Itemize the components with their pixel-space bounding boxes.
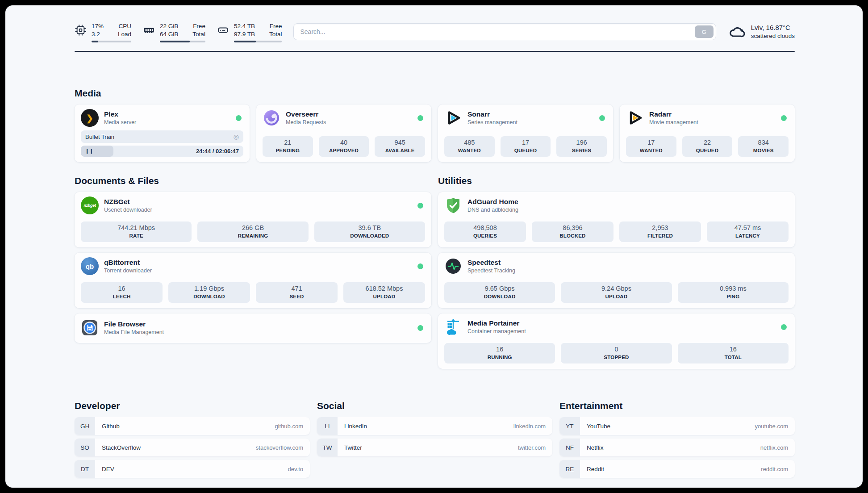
service-desc: Media File Management	[104, 329, 412, 336]
disk-progress-bar	[234, 41, 282, 43]
bookmark-reddit[interactable]: RE Reddit reddit.com	[559, 460, 795, 478]
stream-target-icon: ◎	[234, 134, 239, 140]
bookmark-name: DEV	[102, 466, 114, 472]
overseerr-icon	[263, 109, 280, 127]
status-dot	[236, 115, 242, 121]
bookmark-github[interactable]: GH Github github.com	[75, 417, 310, 435]
dashboard: 17% 3.2 CPU Load	[5, 5, 863, 488]
service-desc: DNS and adblocking	[467, 206, 789, 213]
service-desc: Movie management	[649, 119, 776, 126]
service-card-qbittorrent[interactable]: qb qBittorrent Torrent downloader 16LEEC…	[75, 253, 431, 308]
bookmark-url: netflix.com	[760, 444, 788, 451]
weather-widget: Lviv, 16.87°C scattered clouds	[728, 23, 795, 41]
stat-stopped: 0STOPPED	[561, 343, 672, 363]
stat-downloaded: 39.6 TBDOWNLOADED	[314, 221, 425, 242]
bookmark-url: stackoverflow.com	[256, 444, 303, 451]
bookmark-abbr: SO	[75, 439, 95, 456]
bookmark-name: StackOverflow	[102, 444, 141, 451]
bookmark-abbr: NF	[559, 439, 580, 456]
service-card-plex[interactable]: ❯ Plex Media server Bullet Train ◎	[75, 104, 250, 162]
cpu-progress-bar	[92, 41, 131, 43]
bookmark-name: Github	[102, 423, 120, 430]
bookmark-stackoverflow[interactable]: SO StackOverflow stackoverflow.com	[75, 439, 310, 456]
service-card-speedtest[interactable]: Speedtest Speedtest Tracking 9.65 GbpsDO…	[438, 253, 795, 308]
status-dot	[417, 263, 423, 269]
bookmark-url: reddit.com	[761, 466, 788, 472]
memory-progress-bar	[160, 41, 205, 43]
bookmark-twitter[interactable]: TW Twitter twitter.com	[317, 439, 552, 456]
status-dot	[417, 325, 423, 331]
stat-pending: 21PENDING	[263, 136, 313, 157]
service-desc: Speedtest Tracking	[467, 267, 789, 274]
qbittorrent-icon: qb	[81, 257, 99, 275]
bookmark-name: LinkedIn	[344, 423, 367, 430]
service-card-overseerr[interactable]: Overseerr Media Requests 21PENDING 40APP…	[256, 104, 431, 162]
disk-icon	[217, 24, 229, 36]
bookmark-abbr: DT	[75, 460, 95, 478]
search-bar: G	[293, 23, 716, 40]
cpu-icon	[75, 24, 87, 36]
service-card-filebrowser[interactable]: File Browser Media File Management	[75, 313, 431, 343]
now-playing-title: Bullet Train	[85, 134, 114, 140]
bookmark-abbr: LI	[317, 417, 338, 435]
stat-running: 16RUNNING	[444, 343, 555, 363]
service-name: AdGuard Home	[467, 197, 789, 206]
memory-label-1: Free	[192, 22, 205, 30]
portainer-icon	[444, 318, 462, 336]
search-engine-button[interactable]: G	[695, 25, 714, 38]
bookmark-youtube[interactable]: YT YouTube youtube.com	[559, 417, 795, 435]
bookmark-netflix[interactable]: NF Netflix netflix.com	[559, 439, 795, 456]
section-title-utilities: Utilities	[438, 174, 795, 188]
pause-icon: ❙❙	[85, 149, 94, 154]
service-card-nzbget[interactable]: nzbget NZBGet Usenet downloader 744.21 M…	[75, 192, 431, 247]
playback-time: 24:44 / 02:06:47	[196, 148, 239, 155]
nzbget-icon: nzbget	[81, 196, 99, 214]
disk-free: 52.4 TB	[234, 22, 255, 30]
disk-label-2: Total	[269, 30, 282, 38]
service-desc: Torrent downloader	[104, 267, 412, 274]
memory-icon	[143, 24, 155, 36]
service-card-radarr[interactable]: Radarr Movie management 17WANTED 22QUEUE…	[620, 104, 795, 162]
memory-total: 64 GiB	[160, 30, 178, 38]
bookmark-linkedin[interactable]: LI LinkedIn linkedin.com	[317, 417, 552, 435]
service-name: Sonarr	[467, 110, 594, 119]
speedtest-icon	[444, 257, 462, 275]
bookmark-url: youtube.com	[755, 423, 788, 430]
service-name: Overseerr	[286, 110, 412, 119]
stat-total: 16TOTAL	[678, 343, 789, 363]
stat-leech: 16LEECH	[81, 282, 163, 303]
bookmark-url: linkedin.com	[513, 423, 546, 430]
weather-location-temp: Lviv, 16.87°C	[751, 23, 795, 32]
cpu-load: 3.2	[92, 30, 104, 38]
bookmark-url: twitter.com	[518, 444, 546, 451]
service-name: File Browser	[104, 320, 412, 329]
bookmark-url: github.com	[275, 423, 303, 430]
service-name: Radarr	[649, 110, 776, 119]
stat-rate: 744.21 MbpsRATE	[81, 221, 192, 242]
search-input[interactable]	[300, 28, 694, 35]
status-dot	[599, 115, 605, 121]
topbar: 17% 3.2 CPU Load	[75, 19, 795, 45]
stat-wanted: 485WANTED	[444, 136, 495, 157]
bookmark-dev[interactable]: DT DEV dev.to	[75, 460, 310, 478]
service-name: NZBGet	[104, 197, 412, 206]
header-divider	[75, 51, 795, 52]
status-dot	[781, 324, 787, 330]
stat-seed: 471SEED	[256, 282, 338, 303]
service-card-adguard[interactable]: AdGuard Home DNS and adblocking 498,508Q…	[438, 192, 795, 247]
plex-icon: ❯	[81, 109, 99, 127]
memory-widget: 22 GiB 64 GiB Free Total	[143, 21, 205, 43]
sonarr-icon	[444, 109, 462, 127]
service-card-sonarr[interactable]: Sonarr Series management 485WANTED 17QUE…	[438, 104, 613, 162]
section-title-documents: Documents & Files	[75, 174, 431, 188]
plex-now-playing: Bullet Train ◎ ❙❙ 24:44 / 02:06:47	[81, 127, 243, 157]
status-dot	[417, 115, 423, 121]
service-desc: Series management	[467, 119, 594, 126]
cpu-widget: 17% 3.2 CPU Load	[75, 21, 131, 43]
stat-upload: 618.52 MbpsUPLOAD	[343, 282, 425, 303]
status-dot	[781, 115, 787, 121]
service-desc: Media server	[104, 119, 230, 126]
service-card-portainer[interactable]: Media Portainer Container management 16R…	[438, 313, 795, 369]
cpu-usage: 17%	[92, 22, 104, 30]
playback-progress: ❙❙ 24:44 / 02:06:47	[81, 146, 243, 157]
